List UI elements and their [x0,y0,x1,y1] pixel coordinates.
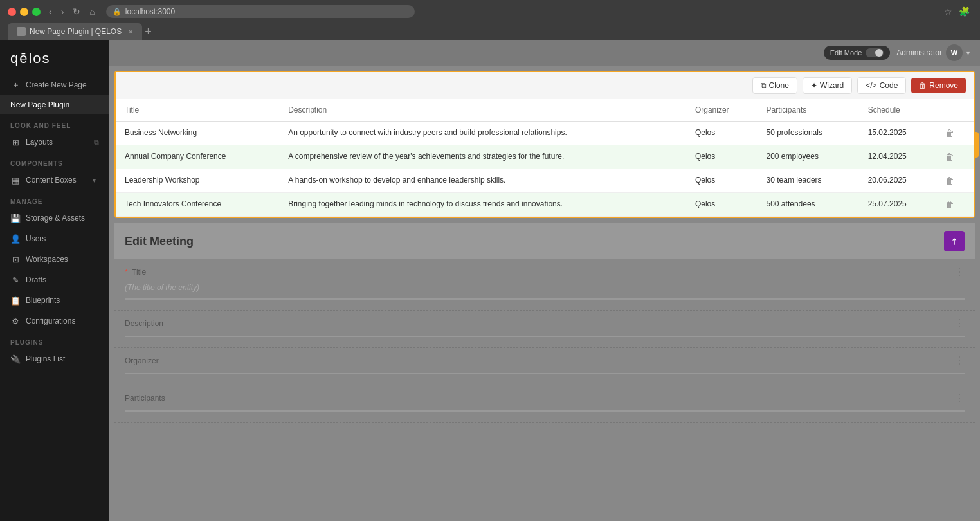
field-menu-button[interactable]: ⋮ [954,266,965,278]
cell-participants: 200 employees [758,145,859,169]
drafts-icon: ✎ [10,275,21,285]
edit-meeting-header: Edit Meeting ↗ [114,223,975,259]
top-bar: Edit Mode Administrator W ▾ [109,40,980,66]
field-label: Description [125,319,163,328]
sidebar-item-drafts[interactable]: ✎ Drafts [0,270,109,290]
sidebar-item-plugins-list[interactable]: 🔌 Plugins List [0,349,109,369]
plus-icon: ＋ [10,80,21,90]
sidebar-item-label: Plugins List [26,354,65,363]
field-section-description: Description⋮ [114,311,975,348]
content-boxes-icon: ▦ [10,175,21,185]
extensions-icon[interactable]: 🧩 [959,6,970,17]
admin-label: Administrator [896,48,942,57]
toggle-switch[interactable] [866,48,884,57]
delete-row-button[interactable]: 🗑 [945,176,954,186]
sidebar-item-blueprints[interactable]: 📋 Blueprints [0,290,109,311]
field-label: Participants [125,394,165,403]
back-button[interactable]: ‹ [46,5,55,18]
delete-row-button[interactable]: 🗑 [945,152,954,162]
table-row: Annual Company ConferenceA comprehensive… [116,145,974,169]
trash-icon: 🗑 [919,81,927,90]
workspaces-icon: ⊡ [10,254,21,264]
cell-title: Business Networking [116,122,279,145]
field-header: * Title⋮ [114,259,975,279]
field-section-organizer: Organizer⋮ [114,348,975,385]
edit-meeting-action-button[interactable]: ↗ [944,231,965,251]
col-schedule: Schedule [859,99,937,122]
field-placeholder: (The title of the entity) [125,280,965,295]
sidebar-item-workspaces[interactable]: ⊡ Workspaces [0,249,109,270]
lock-icon: 🔒 [113,8,122,16]
users-icon: 👤 [10,233,21,244]
clone-button[interactable]: ⧉ Clone [752,77,797,94]
field-input-area [114,405,975,422]
blueprints-icon: 📋 [10,295,21,306]
arrow-icon: ↗ [948,235,961,248]
layouts-icon: ⊞ [10,137,21,147]
cell-description: Bringing together leading minds in techn… [279,193,686,217]
admin-chevron-icon[interactable]: ▾ [966,50,970,57]
cell-description: An opportunity to connect with industry … [279,122,686,145]
field-header: Description⋮ [114,311,975,331]
section-look-and-feel: LOOK AND FEEL [0,114,109,132]
cell-delete: 🗑 [936,122,974,145]
delete-row-button[interactable]: 🗑 [945,128,954,138]
code-button[interactable]: </> Code [857,77,906,94]
sidebar-item-users[interactable]: 👤 Users [0,228,109,249]
wizard-icon: ✦ [811,81,817,90]
field-divider [125,410,965,412]
sidebar-item-configurations[interactable]: ⚙ Configurations [0,311,109,331]
clone-icon: ⧉ [761,81,767,90]
table-row: Business NetworkingAn opportunity to con… [116,122,974,145]
cell-schedule: 25.07.2025 [859,193,937,217]
delete-row-button[interactable]: 🗑 [945,199,954,210]
cell-schedule: 20.06.2025 [859,169,937,193]
minimize-button[interactable] [20,8,28,16]
browser-nav: ‹ › ↻ ⌂ [46,5,98,18]
field-menu-button[interactable]: ⋮ [954,317,965,329]
cell-delete: 🗑 [936,169,974,193]
sidebar-item-label: Users [26,234,46,243]
cell-schedule: 15.02.2025 [859,122,937,145]
sidebar-item-new-page-plugin[interactable]: New Page Plugin [0,95,109,114]
field-menu-button[interactable]: ⋮ [954,392,965,404]
wizard-button[interactable]: ✦ Wizard [803,77,852,94]
table-section: ⧉ Clone ✦ Wizard </> Code 🗑 Remove [114,71,975,218]
star-icon[interactable]: ☆ [944,6,952,17]
cell-delete: 🗑 [936,193,974,217]
meetings-table: Title Description Organizer Participants… [116,99,974,217]
cell-participants: 50 professionals [758,122,859,145]
sidebar-item-content-boxes[interactable]: ▦ Content Boxes ▾ [0,170,109,190]
col-organizer: Organizer [686,99,758,122]
forward-button[interactable]: › [58,5,68,18]
table-row: Tech Innovators ConferenceBringing toget… [116,193,974,217]
cell-organizer: Qelos [686,193,758,217]
logo: qēlos [0,40,109,75]
tab-close-icon[interactable]: ✕ [128,28,133,35]
sidebar-item-storage-assets[interactable]: 💾 Storage & Assets [0,208,109,228]
reload-button[interactable]: ↻ [69,5,84,18]
section-manage: MANAGE [0,190,109,208]
field-menu-button[interactable]: ⋮ [954,354,965,367]
edit-mode-label: Edit Mode [830,49,862,57]
remove-button[interactable]: 🗑 Remove [911,78,966,93]
storage-icon: 💾 [10,213,21,223]
table-resize-handle[interactable] [974,132,979,158]
active-tab[interactable]: New Page Plugin | QELOS ✕ [8,23,142,40]
toggle-knob [875,49,883,57]
home-button[interactable]: ⌂ [86,5,98,18]
new-tab-button[interactable]: + [145,25,152,39]
copy-icon: ⧉ [94,138,99,147]
avatar: W [946,44,963,61]
field-section-participants: Participants⋮ [114,385,975,423]
edit-mode-toggle[interactable]: Edit Mode [824,46,891,60]
maximize-button[interactable] [32,8,41,16]
close-button[interactable] [8,8,16,16]
traffic-lights [8,8,41,16]
cell-organizer: Qelos [686,169,758,193]
cell-title: Leadership Workshop [116,169,279,193]
col-actions [936,99,974,122]
sidebar-item-layouts[interactable]: ⊞ Layouts ⧉ [0,132,109,152]
sidebar-item-create-new-page[interactable]: ＋ Create New Page [0,75,109,95]
section-plugins: PLUGINS [0,331,109,349]
